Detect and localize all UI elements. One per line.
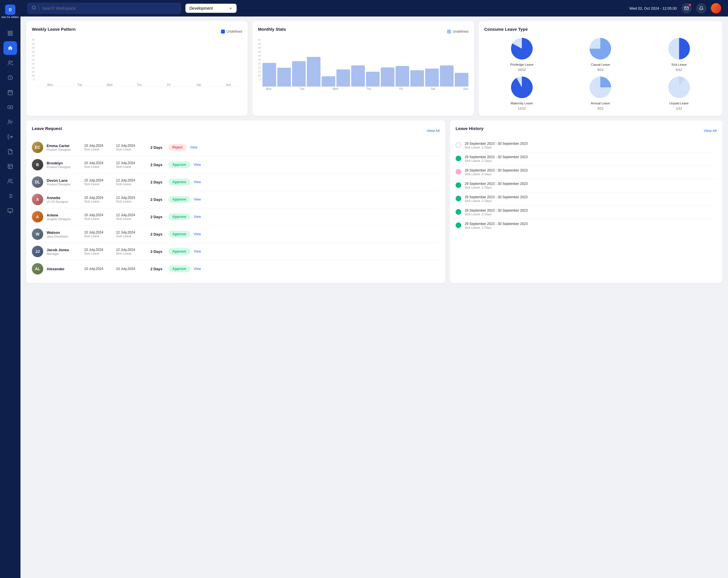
emp-avatar-initials: JJ [32,246,43,257]
nav-report[interactable] [3,159,17,173]
start-date: 10 July,2024 [84,267,113,271]
start-date: 10 July,2024 [84,213,113,217]
history-item: 29 September 2023 - 30 September 2023 Si… [456,206,717,219]
view-link[interactable]: View [194,180,202,184]
main-content: Weekly Leave Pattern Undefined 50 45 40 … [21,17,728,578]
monthly-bar-chart: 50 45 40 35 30 25 20 15 10 05 0 [258,39,468,87]
mbar-9 [381,68,394,86]
nav-grid[interactable] [3,26,17,40]
emp-avatar: EC [32,142,43,153]
nav-monitor[interactable] [3,204,17,218]
reject-button[interactable]: Reject [168,144,186,151]
start-date: 10 July,2024 [84,248,113,252]
start-date-info: 10 July,2024 Sick Leave [84,248,113,255]
view-link[interactable]: View [194,163,202,167]
weekly-legend-label: Undefined [227,30,242,33]
pie-item-name: Annual Leave [591,102,610,105]
start-type: Sick Leave [84,182,113,186]
weekly-leave-card: Weekly Leave Pattern Undefined 50 45 40 … [26,21,248,116]
history-item: 29 September 2023 - 30 September 2023 Si… [456,179,717,192]
emp-name: Annette [47,196,81,200]
history-dot [456,169,461,175]
approve-button[interactable]: Approve [168,196,190,203]
bar-mon: Mon [36,81,64,86]
leave-request-view-all[interactable]: View All [427,129,440,133]
y-45: 45 [32,42,35,45]
svg-rect-0 [8,31,10,33]
y-50: 50 [32,39,35,41]
start-date: 10 July,2024 [84,230,113,234]
approve-button[interactable]: Approve [168,161,190,168]
nav-logout[interactable] [3,130,17,144]
view-link[interactable]: View [194,215,202,219]
nav-clock[interactable] [3,71,17,84]
pie-item-ratio: 9/12 [597,68,603,71]
approve-button[interactable]: Approve [168,231,190,237]
svg-rect-1 [11,31,12,33]
leave-history-view-all[interactable]: View All [704,129,717,133]
nav-list[interactable] [3,189,17,203]
end-date: 12 July,2024 [116,196,145,200]
leave-table-row: AL Alexander 10 July,2024 10 July,2024 2… [32,260,440,277]
view-link[interactable]: View [190,145,199,149]
svg-rect-2 [8,34,10,35]
end-type: Sick Leave [116,148,145,151]
approve-button[interactable]: Approve [168,179,190,185]
history-dot [456,222,461,228]
svg-rect-27 [8,209,13,212]
history-text: 29 September 2023 - 30 September 2023 Si… [465,182,527,189]
nav-calendar[interactable] [3,85,17,99]
view-link[interactable]: View [194,267,202,271]
pie-chart-item: Annual Leave 3/12 [563,75,638,110]
view-link[interactable]: View [194,249,202,253]
nav-group[interactable] [3,174,17,188]
end-date-info: 12 July,2024 Sick Leave [116,178,145,186]
view-link[interactable]: View [194,232,202,236]
nav-document[interactable] [3,145,17,158]
weekly-y-axis: 50 45 40 35 30 25 20 15 10 05 0 [32,39,36,87]
monthly-x-labels: Mon Tue Wed Thu Fri Sat Sun [258,87,468,91]
bell-icon-btn[interactable] [696,3,706,14]
mbar-5 [322,76,335,86]
y-25: 25 [32,58,35,61]
history-dates: 29 September 2023 - 30 September 2023 [465,142,527,146]
approve-button[interactable]: Approve [168,213,190,220]
search-box[interactable] [27,3,181,14]
emp-avatar-initials: A [32,194,43,205]
nav-payroll[interactable] [3,100,17,114]
emp-info: Arlene Graphic Designer [47,213,81,221]
history-dates: 29 September 2023 - 30 September 2023 [465,182,527,186]
history-type: Sick Leave -2 Days [465,199,527,203]
pie-svg [509,75,534,100]
emp-role: Graphic Designer [47,217,81,221]
search-input[interactable] [42,6,177,10]
bar-wed: Wed [96,81,123,86]
monthly-stats-card: Monthly Stats Undefined 50 45 40 35 30 2… [252,21,474,116]
y-0: 0 [33,78,35,81]
approve-button[interactable]: Approve [168,248,190,255]
avatar-image [711,3,721,14]
weekly-chart-header: Weekly Leave Pattern Undefined [32,27,242,36]
approve-button[interactable]: Approve [168,266,190,272]
bar-sat: Sat [185,81,212,86]
view-link[interactable]: View [194,197,202,201]
datetime-display: Wed 02, Oct 2024 - 12:05:00 [629,6,677,10]
svg-rect-11 [8,106,13,109]
end-date-info: 12 July,2024 Sick Leave [116,144,145,151]
history-text: 29 September 2023 - 30 September 2023 Si… [465,208,527,216]
nav-users[interactable] [3,56,17,70]
nav-add-user[interactable] [3,115,17,129]
workspace-select[interactable]: Development [185,4,237,13]
mbar-2 [277,68,291,86]
emp-avatar: A [32,211,43,222]
nav-home[interactable] [3,41,17,55]
start-date-info: 10 July,2024 Sick Leave [84,230,113,238]
emp-info: Emma Carter Product Designer [47,144,81,151]
pie-item-name: Sick Leave [671,63,687,66]
mbar-4 [307,57,320,86]
mail-icon-btn[interactable] [681,3,692,14]
monthly-y-axis: 50 45 40 35 30 25 20 15 10 05 0 [258,39,262,87]
pie-item-name: Maternity Leave [511,102,533,105]
end-date-info: 12 July,2024 Sick Leave [116,196,145,203]
user-avatar[interactable] [711,3,721,14]
